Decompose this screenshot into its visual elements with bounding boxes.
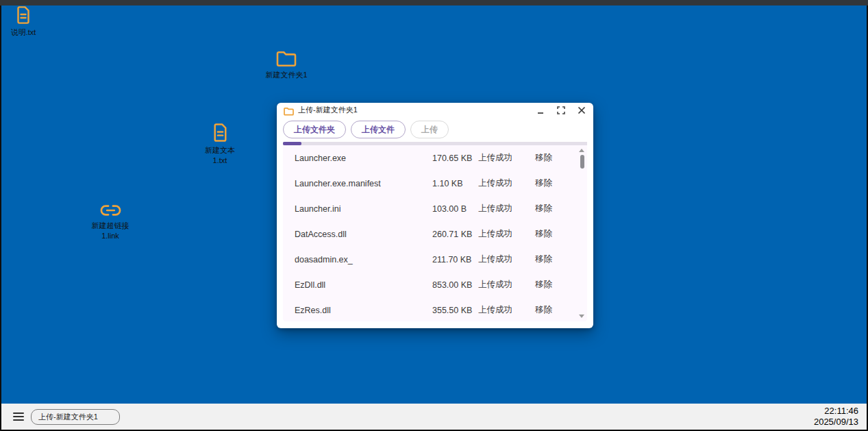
desktop-icon-shuoming-txt[interactable]: 说明.txt [1,6,51,38]
file-size: 1.10 KB [432,179,478,188]
minimize-icon[interactable] [536,106,545,115]
desktop-icon-label: 新建超链接 [92,221,129,231]
file-size: 211.70 KB [432,255,478,264]
file-name: Launcher.exe.manifest [295,179,432,188]
folder-icon [276,50,297,67]
scroll-down-icon[interactable] [579,315,584,318]
upload-button[interactable]: 上传 [410,121,449,138]
desktop-icon-new-hyperlink-1-link[interactable]: 新建超链接 1.link [83,203,138,241]
file-size: 260.71 KB [432,230,478,239]
folder-icon [284,106,294,114]
window-title: 上传-新建文件夹1 [298,105,536,115]
desktop-icon-label: 新建文件夹1 [265,70,307,80]
document-icon [16,6,31,25]
link-icon [99,203,122,218]
file-status: 上传成功 [478,304,535,316]
window-titlebar[interactable]: 上传-新建文件夹1 [277,103,593,117]
menu-icon[interactable] [13,412,24,421]
file-status: 上传成功 [478,152,535,164]
file-row: EzRes.dll 355.50 KB 上传成功 移除 [283,297,587,321]
taskbar-task-button[interactable]: 上传-新建文件夹1 [31,409,120,425]
file-row: Launcher.ini 103.00 B 上传成功 移除 [283,196,587,221]
file-row: EzDll.dll 853.00 KB 上传成功 移除 [283,272,587,297]
desktop-icon-label-line2: 1.txt [213,156,227,166]
upload-file-button[interactable]: 上传文件 [351,121,406,138]
file-row: Launcher.exe 170.65 KB 上传成功 移除 [283,145,587,171]
file-name: doasadmin.ex_ [295,255,432,264]
file-status: 上传成功 [478,254,535,265]
clock: 22:11:46 2025/09/13 [814,406,858,428]
file-size: 170.65 KB [432,153,478,163]
desktop-icon-new-folder-1[interactable]: 新建文件夹1 [259,50,314,80]
file-name: Launcher.exe [295,153,432,163]
scrollbar[interactable] [578,145,587,321]
desktop-icon-label: 新建文本 [205,145,235,156]
upload-toolbar: 上传文件夹 上传文件 上传 [277,117,593,142]
screen: 说明.txt 新建文件夹1 新建文本 1.txt [0,0,868,431]
taskbar: 上传-新建文件夹1 22:11:46 2025/09/13 [1,404,867,430]
file-name: EzRes.dll [295,306,432,315]
file-name: Launcher.ini [295,204,432,214]
file-size: 103.00 B [432,204,478,214]
desktop-icon-label-line2: 1.link [101,231,119,241]
file-name: EzDll.dll [295,280,432,290]
file-status: 上传成功 [478,228,535,240]
desktop: 说明.txt 新建文件夹1 新建文本 1.txt [1,5,867,430]
file-status: 上传成功 [478,203,535,214]
screen-top-bezel [0,0,868,5]
file-status: 上传成功 [478,279,535,291]
file-row: DatAccess.dll 260.71 KB 上传成功 移除 [283,221,587,247]
document-icon [212,123,228,143]
scrollbar-thumb[interactable] [580,155,584,169]
file-status: 上传成功 [478,177,535,189]
file-list: Launcher.exe 170.65 KB 上传成功 移除 Launcher.… [283,145,587,321]
file-row: Launcher.exe.manifest 1.10 KB 上传成功 移除 [283,171,587,196]
file-row: doasadmin.ex_ 211.70 KB 上传成功 移除 [283,247,587,272]
file-name: DatAccess.dll [295,230,432,239]
close-icon[interactable] [577,106,586,115]
clock-date: 2025/09/13 [814,417,858,428]
file-size: 853.00 KB [432,280,478,290]
desktop-icon-label: 说明.txt [11,27,36,38]
upload-folder-button[interactable]: 上传文件夹 [283,121,346,138]
maximize-icon[interactable] [556,106,566,115]
clock-time: 22:11:46 [814,406,858,417]
file-size: 355.50 KB [432,306,478,315]
upload-window: 上传-新建文件夹1 上传文件夹 上传 [277,103,593,328]
scroll-up-icon[interactable] [579,149,584,152]
desktop-icon-new-text-1-txt[interactable]: 新建文本 1.txt [193,123,247,166]
